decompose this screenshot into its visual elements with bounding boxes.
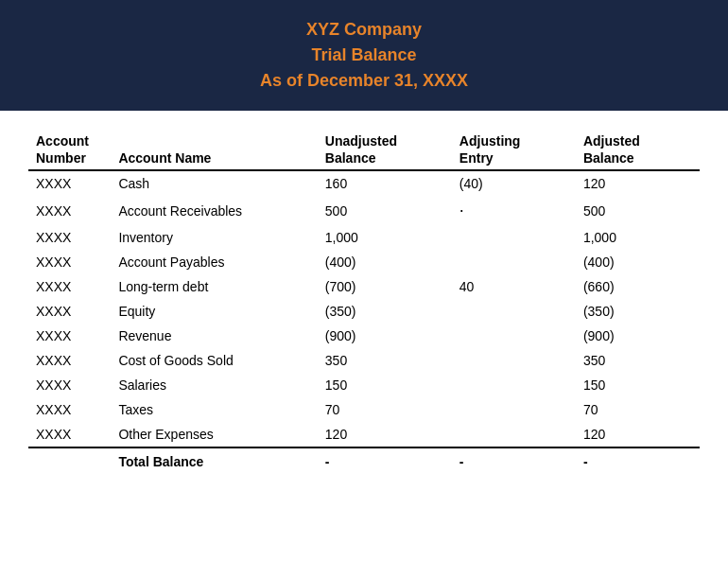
col-header-adjusting-line1: Adjusting bbox=[452, 130, 576, 149]
cell-unadjusted: 500 bbox=[318, 196, 452, 225]
cell-adjusting bbox=[452, 250, 576, 274]
cell-unadjusted: (900) bbox=[318, 324, 452, 348]
cell-adjusted: (660) bbox=[576, 274, 700, 299]
cell-adjusted: 1,000 bbox=[576, 225, 700, 250]
table-row: XXXXTaxes7070 bbox=[28, 397, 700, 422]
cell-unadjusted: (700) bbox=[318, 274, 452, 299]
trial-balance-table: Account Unadjusted Adjusting Adjusted Nu… bbox=[28, 130, 700, 475]
cell-account-number: XXXX bbox=[28, 397, 111, 422]
cell-account-name: Cash bbox=[111, 170, 317, 196]
cell-unadjusted: 150 bbox=[318, 373, 452, 397]
cell-account-name: Long-term debt bbox=[111, 274, 317, 299]
cell-account-name: Other Expenses bbox=[111, 422, 317, 447]
table-body: XXXXCash160(40)120XXXXAccount Receivable… bbox=[28, 170, 700, 447]
cell-adjusting: (40) bbox=[452, 170, 576, 196]
cell-account-name: Cost of Goods Sold bbox=[111, 348, 317, 373]
cell-adjusted: 500 bbox=[576, 196, 700, 225]
table-row: XXXXEquity(350)(350) bbox=[28, 299, 700, 324]
cell-adjusting: 40 bbox=[452, 274, 576, 299]
cell-account-name: Salaries bbox=[111, 373, 317, 397]
cell-unadjusted: (350) bbox=[318, 299, 452, 324]
footer-label: Total Balance bbox=[111, 447, 317, 475]
cell-adjusting bbox=[452, 348, 576, 373]
col-header-account-name-label: Account Name bbox=[111, 149, 317, 170]
cell-adjusting bbox=[452, 373, 576, 397]
table-header-row-2: Number Account Name Balance Entry Balanc… bbox=[28, 149, 700, 170]
cell-account-number: XXXX bbox=[28, 348, 111, 373]
cell-account-number: XXXX bbox=[28, 250, 111, 274]
cell-account-number: XXXX bbox=[28, 274, 111, 299]
table-row: XXXXInventory1,0001,000 bbox=[28, 225, 700, 250]
cell-account-number: XXXX bbox=[28, 196, 111, 225]
cell-account-number: XXXX bbox=[28, 170, 111, 196]
cell-adjusted: (900) bbox=[576, 324, 700, 348]
cell-unadjusted: 70 bbox=[318, 397, 452, 422]
cell-account-number: XXXX bbox=[28, 299, 111, 324]
total-balance-row: Total Balance - - - bbox=[28, 447, 700, 475]
cell-account-name: Revenue bbox=[111, 324, 317, 348]
cell-adjusted: 150 bbox=[576, 373, 700, 397]
cell-unadjusted: 160 bbox=[318, 170, 452, 196]
cell-adjusted: 120 bbox=[576, 422, 700, 447]
cell-unadjusted: 1,000 bbox=[318, 225, 452, 250]
report-header: XYZ Company Trial Balance As of December… bbox=[0, 0, 728, 111]
cell-account-number: XXXX bbox=[28, 422, 111, 447]
table-footer: Total Balance - - - bbox=[28, 447, 700, 475]
cell-adjusted: 70 bbox=[576, 397, 700, 422]
table-header-row-1: Account Unadjusted Adjusting Adjusted bbox=[28, 130, 700, 149]
cell-account-number: XXXX bbox=[28, 225, 111, 250]
cell-adjusting bbox=[452, 299, 576, 324]
col-header-account-number-line2: Number bbox=[28, 149, 111, 170]
col-header-adjusted-line1: Adjusted bbox=[576, 130, 700, 149]
cell-adjusted: (400) bbox=[576, 250, 700, 274]
cell-adjusting bbox=[452, 422, 576, 447]
cell-account-number: XXXX bbox=[28, 324, 111, 348]
footer-unadjusted: - bbox=[318, 447, 452, 475]
cell-unadjusted: 350 bbox=[318, 348, 452, 373]
cell-adjusting: · bbox=[452, 196, 576, 225]
cell-adjusted: 120 bbox=[576, 170, 700, 196]
table-row: XXXXCost of Goods Sold350350 bbox=[28, 348, 700, 373]
cell-account-name: Equity bbox=[111, 299, 317, 324]
dot-marker: · bbox=[459, 201, 464, 219]
col-header-account-name bbox=[111, 130, 317, 149]
cell-account-name: Account Receivables bbox=[111, 196, 317, 225]
col-header-unadjusted-line2: Balance bbox=[318, 149, 452, 170]
cell-adjusted: (350) bbox=[576, 299, 700, 324]
table-row: XXXXSalaries150150 bbox=[28, 373, 700, 397]
cell-account-name: Account Payables bbox=[111, 250, 317, 274]
table-row: XXXXLong-term debt(700)40(660) bbox=[28, 274, 700, 299]
col-header-account-number-line1: Account bbox=[28, 130, 111, 149]
cell-account-number: XXXX bbox=[28, 373, 111, 397]
table-row: XXXXAccount Payables(400)(400) bbox=[28, 250, 700, 274]
cell-adjusting bbox=[452, 324, 576, 348]
footer-adjusting: - bbox=[452, 447, 576, 475]
col-header-adjusting-line2: Entry bbox=[452, 149, 576, 170]
table-row: XXXXAccount Receivables500·500 bbox=[28, 196, 700, 225]
col-header-unadjusted-line1: Unadjusted bbox=[318, 130, 452, 149]
table-row: XXXXRevenue(900)(900) bbox=[28, 324, 700, 348]
report-title: Trial Balance bbox=[19, 43, 709, 68]
cell-adjusted: 350 bbox=[576, 348, 700, 373]
footer-adjusted: - bbox=[576, 447, 700, 475]
cell-adjusting bbox=[452, 397, 576, 422]
company-name: XYZ Company bbox=[19, 17, 709, 43]
report-date: As of December 31, XXXX bbox=[19, 68, 709, 94]
cell-unadjusted: 120 bbox=[318, 422, 452, 447]
cell-unadjusted: (400) bbox=[318, 250, 452, 274]
table-container: Account Unadjusted Adjusting Adjusted Nu… bbox=[0, 111, 728, 494]
cell-account-name: Inventory bbox=[111, 225, 317, 250]
col-header-adjusted-line2: Balance bbox=[576, 149, 700, 170]
footer-account-number bbox=[28, 447, 111, 475]
table-row: XXXXOther Expenses120120 bbox=[28, 422, 700, 447]
table-row: XXXXCash160(40)120 bbox=[28, 170, 700, 196]
cell-adjusting bbox=[452, 225, 576, 250]
cell-account-name: Taxes bbox=[111, 397, 317, 422]
